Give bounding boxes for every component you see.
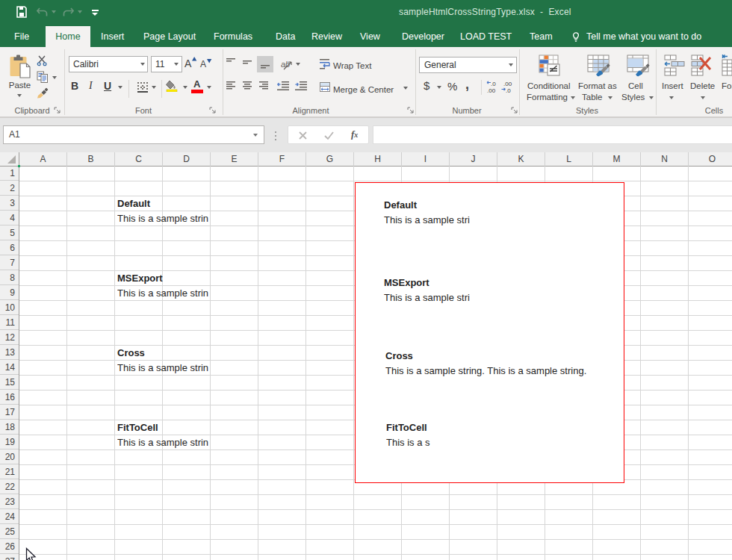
svg-text:.00: .00	[503, 81, 512, 87]
svg-text:.00: .00	[487, 87, 496, 93]
svg-text:.0: .0	[506, 87, 511, 93]
svg-text:.0: .0	[491, 81, 496, 87]
